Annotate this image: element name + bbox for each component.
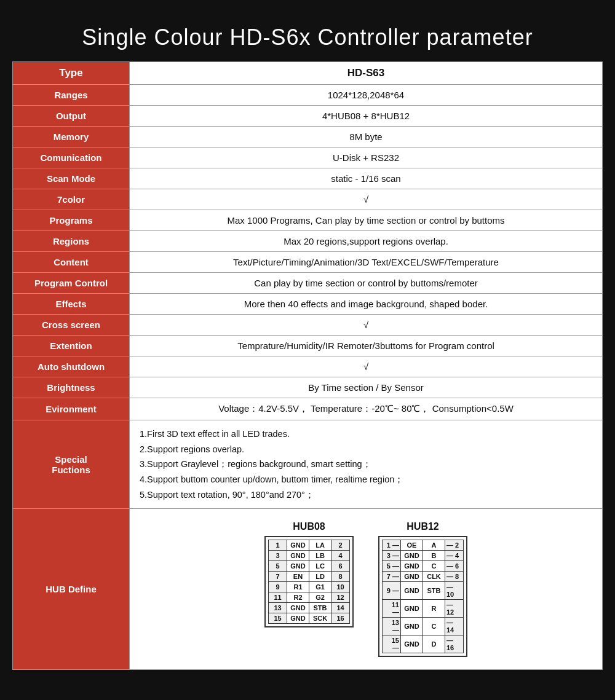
row-value: 8M byte <box>130 127 603 147</box>
hub-sig: R <box>423 600 445 618</box>
row-value: static - 1/16 scan <box>130 168 603 189</box>
hub-pin: 5 — <box>383 561 401 572</box>
hub12-row: 15— GND D — 16 <box>383 635 464 653</box>
hub08-row: 1 GND LA 2 <box>269 540 350 551</box>
hub-sig: C <box>423 618 445 635</box>
hub-sig: GND <box>401 635 423 653</box>
hub-pin: 10 <box>331 582 350 592</box>
row-label: Ranges <box>13 85 130 106</box>
hub-sig: GND <box>401 582 423 600</box>
hub-pin: 4 <box>331 551 350 561</box>
hub-sig: GND <box>401 561 423 572</box>
hub-pin: 9 — <box>383 582 401 600</box>
hub12-block: HUB12 1 — OE A — 2 3 — GND B — 4 5 — GND… <box>378 521 467 657</box>
spec-table: Type HD-S63 Ranges 1024*128,2048*64 Outp… <box>12 61 603 670</box>
row-label: Regions <box>13 231 130 252</box>
hub-sig: GND <box>401 572 423 582</box>
row-value: 1024*128,2048*64 <box>130 85 603 106</box>
table-row: Regions Max 20 regions,support regions o… <box>13 231 603 252</box>
hub-pin: 6 <box>331 561 350 572</box>
table-row: 7color √ <box>13 189 603 210</box>
hub08-table: 1 GND LA 2 3 GND LB 4 5 GND LC 6 7 EN LD… <box>268 540 350 624</box>
row-value: √ <box>130 315 603 336</box>
hub08-title: HUB08 <box>264 521 354 532</box>
hub-pin: 1 <box>269 540 287 551</box>
hub08-row: 9 R1 G1 10 <box>269 582 350 592</box>
row-value: By Time section / By Sensor <box>130 377 603 398</box>
row-value: U-Disk + RS232 <box>130 147 603 168</box>
hub-sig: GND <box>401 551 423 561</box>
row-label: Auto shutdown <box>13 356 130 377</box>
hub-pin: 15— <box>383 635 401 653</box>
hub-pin: — 10 <box>445 582 464 600</box>
hub-sig: C <box>423 561 445 572</box>
table-row: Ranges 1024*128,2048*64 <box>13 85 603 106</box>
row-value: Can play by time section or control by b… <box>130 273 603 294</box>
hub-sig: OE <box>401 540 423 551</box>
table-row: Comunication U-Disk + RS232 <box>13 147 603 168</box>
table-row: Programs Max 1000 Programs, Can play by … <box>13 210 603 231</box>
hub-pin: 7 — <box>383 572 401 582</box>
hub-sig: GND <box>401 618 423 635</box>
hub-pin: 8 <box>331 572 350 582</box>
row-label: Evironment <box>13 398 130 420</box>
table-row: Content Text/Picture/Timing/Animation/3D… <box>13 252 603 273</box>
table-row: Extention Temprature/Humidity/IR Remoter… <box>13 336 603 356</box>
hub08-row: 15 GND SCK 16 <box>269 613 350 624</box>
table-row: Memory 8M byte <box>13 127 603 147</box>
hub-pin: — 6 <box>445 561 464 572</box>
hub-sig: A <box>423 540 445 551</box>
hub-pin: 2 <box>331 540 350 551</box>
hub08-row: 13 GND STB 14 <box>269 603 350 613</box>
hub12-row: 1 — OE A — 2 <box>383 540 464 551</box>
table-header-row: Type HD-S63 <box>13 62 603 85</box>
row-value: √ <box>130 356 603 377</box>
hub12-table: 1 — OE A — 2 3 — GND B — 4 5 — GND C — 6… <box>382 540 464 653</box>
row-value: Max 20 regions,support regions overlap. <box>130 231 603 252</box>
table-row: Scan Mode static - 1/16 scan <box>13 168 603 189</box>
row-label: Brightness <box>13 377 130 398</box>
hub-pin: 7 <box>269 572 287 582</box>
table-row: Effects More then 40 effects and image b… <box>13 294 603 315</box>
hub-pin: 11 <box>269 592 287 603</box>
hub-sig: GND <box>287 603 309 613</box>
hub-pin: — 14 <box>445 618 464 635</box>
hub-pin: 12 <box>331 592 350 603</box>
hub-pin: 11— <box>383 600 401 618</box>
row-label: Effects <box>13 294 130 315</box>
table-row: Output 4*HUB08 + 8*HUB12 <box>13 106 603 127</box>
hub-sig: LA <box>309 540 331 551</box>
hub-pin: 15 <box>269 613 287 624</box>
hub-sig: R1 <box>287 582 309 592</box>
row-label: Memory <box>13 127 130 147</box>
hub12-title: HUB12 <box>378 521 467 532</box>
row-label: Programs <box>13 210 130 231</box>
row-value: Max 1000 Programs, Can play by time sect… <box>130 210 603 231</box>
table-row: Program Control Can play by time section… <box>13 273 603 294</box>
hub12-row: 7 — GND CLK — 8 <box>383 572 464 582</box>
hub08-row: 11 R2 G2 12 <box>269 592 350 603</box>
hub-sig: LD <box>309 572 331 582</box>
hub-diagram: HUB08 1 GND LA 2 3 GND LB 4 5 GND LC 6 7… <box>136 515 596 663</box>
hub-pin: — 2 <box>445 540 464 551</box>
special-value: 1.First 3D text effect in all LED trades… <box>130 420 603 509</box>
hub-sig: STB <box>423 582 445 600</box>
row-value: 4*HUB08 + 8*HUB12 <box>130 106 603 127</box>
row-label: Output <box>13 106 130 127</box>
table-row: Evironment Voltage：4.2V-5.5V， Temperatur… <box>13 398 603 420</box>
hub-sig: GND <box>287 561 309 572</box>
row-label: Comunication <box>13 147 130 168</box>
special-label: Special Fuctions <box>13 420 130 509</box>
hub08-row: 7 EN LD 8 <box>269 572 350 582</box>
hub-pin: 3 — <box>383 551 401 561</box>
page-title: Single Colour HD-S6x Controller paramete… <box>12 12 603 61</box>
table-row: Auto shutdown √ <box>13 356 603 377</box>
hub12-row: 5 — GND C — 6 <box>383 561 464 572</box>
hub-pin: — 16 <box>445 635 464 653</box>
hub-sig: LB <box>309 551 331 561</box>
row-value: Temprature/Humidity/IR Remoter/3buttoms … <box>130 336 603 356</box>
special-functions-row: Special Fuctions 1.First 3D text effect … <box>13 420 603 509</box>
hub12-row: 3 — GND B — 4 <box>383 551 464 561</box>
hub12-row: 11— GND R — 12 <box>383 600 464 618</box>
hub-define-row: HUB Define HUB08 1 GND LA 2 3 GND LB 4 5… <box>13 509 603 670</box>
